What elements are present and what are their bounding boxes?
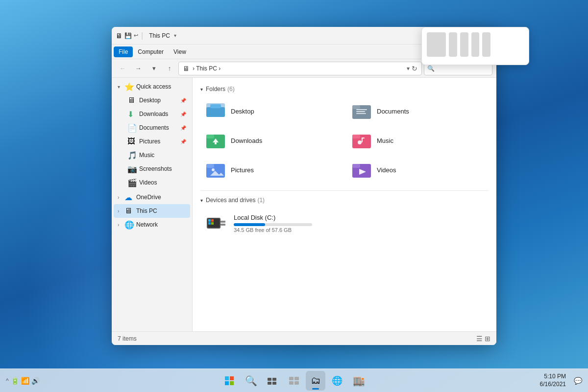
sidebar-pictures-label: Pictures <box>139 138 180 145</box>
devices-section-header[interactable]: ▾ Devices and drives (1) <box>200 197 489 204</box>
task-view-button[interactable] <box>263 371 282 391</box>
sidebar-item-this-pc[interactable]: › 🖥 This PC <box>114 204 190 218</box>
clock[interactable]: 5:10 PM 6/16/2021 <box>540 373 570 388</box>
snap-cell-2[interactable] <box>449 32 457 57</box>
tiles-view-icon[interactable]: ⊞ <box>485 335 490 343</box>
onedrive-expand-icon: › <box>118 195 124 200</box>
snap-cell-1[interactable] <box>427 32 446 57</box>
snap-cell-4[interactable] <box>471 32 480 57</box>
quick-save-icon[interactable]: 💾 <box>124 32 132 39</box>
svg-rect-2 <box>210 104 221 108</box>
drives-section: Local Disk (C:) 34.5 GB free of 57.6 GB <box>200 209 489 237</box>
svg-rect-36 <box>268 378 271 381</box>
menu-file[interactable]: File <box>114 46 133 57</box>
refresh-button[interactable]: ↻ <box>412 65 417 72</box>
onedrive-icon: ☁ <box>124 193 133 202</box>
sidebar-item-music[interactable]: 🎵 Music <box>114 148 190 162</box>
sidebar-item-downloads[interactable]: ⬇ Downloads 📌 <box>114 107 190 121</box>
address-dropdown-icon[interactable]: ▾ <box>407 65 410 72</box>
folders-count: (6) <box>227 86 235 92</box>
sidebar-screenshots-label: Screenshots <box>139 165 186 172</box>
drive-item-c[interactable]: Local Disk (C:) 34.5 GB free of 57.6 GB <box>200 209 489 237</box>
drive-c-name: Local Disk (C:) <box>234 214 484 221</box>
svg-rect-38 <box>268 382 271 385</box>
sidebar-item-onedrive[interactable]: › ☁ OneDrive <box>114 190 190 204</box>
svg-rect-35 <box>230 381 234 385</box>
folder-item-videos[interactable]: Videos <box>346 157 489 183</box>
sidebar-item-desktop[interactable]: 🖥 Desktop 📌 <box>114 93 190 107</box>
folder-item-music[interactable]: Music <box>346 128 489 153</box>
history-dropdown-button[interactable]: ▾ <box>147 62 161 75</box>
sidebar-onedrive-label: OneDrive <box>136 194 186 201</box>
documents-icon <box>351 102 372 120</box>
videos-icon <box>351 161 372 179</box>
title-down-icon[interactable]: ▾ <box>174 33 176 38</box>
snap-cell-5[interactable] <box>482 32 490 57</box>
quick-access-expand-icon: ▾ <box>118 84 124 90</box>
address-path: › This PC › <box>193 65 220 72</box>
svg-rect-6 <box>356 111 365 112</box>
search-icon: 🔍 <box>427 65 435 72</box>
sidebar-item-videos[interactable]: 🎬 Videos <box>114 176 190 189</box>
up-button[interactable]: ↑ <box>163 62 176 75</box>
notifications-button[interactable]: 💬 <box>574 377 582 385</box>
devices-label: Devices and drives <box>206 197 255 204</box>
folder-item-downloads[interactable]: Downloads <box>200 128 343 153</box>
status-bar: 7 items ☰ ⊞ <box>112 331 496 345</box>
menu-view[interactable]: View <box>169 46 191 57</box>
desktop-label: Desktop <box>231 108 254 115</box>
address-folder-icon: 🖥 <box>183 65 190 72</box>
store-button[interactable]: 🏬 <box>349 371 368 391</box>
svg-rect-22 <box>352 164 360 168</box>
address-field[interactable]: 🖥 › This PC › ▾ ↻ <box>178 62 422 75</box>
forward-button[interactable]: → <box>131 62 145 75</box>
menu-computer[interactable]: Computer <box>133 46 169 57</box>
svg-rect-40 <box>289 377 294 380</box>
svg-rect-18 <box>206 164 214 168</box>
search-taskbar-button[interactable]: 🔍 <box>241 371 261 391</box>
svg-rect-13 <box>352 135 360 138</box>
sidebar-quick-access-section: ▾ ⭐ Quick access 🖥 Desktop 📌 ⬇ Downloads… <box>112 80 192 189</box>
folders-section-header[interactable]: ▾ Folders (6) <box>200 86 489 92</box>
folder-item-pictures[interactable]: Pictures <box>200 157 343 183</box>
widgets-button[interactable] <box>284 371 304 391</box>
file-explorer-taskbar-button[interactable]: 🗂 <box>306 371 325 391</box>
wifi-icon: 📶 <box>21 377 29 385</box>
svg-rect-39 <box>272 382 276 385</box>
start-button[interactable] <box>220 371 239 391</box>
sidebar-quick-access-header[interactable]: ▾ ⭐ Quick access <box>114 80 190 93</box>
quick-access-star-icon: ⭐ <box>124 82 133 92</box>
folder-item-documents[interactable]: Documents <box>346 98 489 124</box>
svg-rect-26 <box>208 219 211 222</box>
svg-rect-32 <box>225 376 229 380</box>
back-button[interactable]: ← <box>116 62 129 75</box>
sidebar-music-label: Music <box>139 152 186 159</box>
snap-popup <box>421 27 529 65</box>
drive-c-icon <box>205 213 229 233</box>
sidebar-downloads-label: Downloads <box>139 111 180 117</box>
sidebar-item-pictures[interactable]: 🖼 Pictures 📌 <box>114 135 190 148</box>
sidebar-item-network[interactable]: › 🌐 Network <box>114 218 190 231</box>
sidebar-item-screenshots[interactable]: 📷 Screenshots <box>114 162 190 176</box>
devices-count: (1) <box>257 197 265 204</box>
downloads-pin-icon: 📌 <box>180 112 186 117</box>
taskbar-right: 5:10 PM 6/16/2021 💬 <box>540 373 588 388</box>
view-toggle-icons: ☰ ⊞ <box>476 335 490 343</box>
taskbar-center: 🔍 🗂 🌐 🏬 <box>220 371 368 391</box>
folder-item-desktop[interactable]: Desktop <box>200 98 343 124</box>
taskbar-left: ^ 🔋 📶 🔊 <box>0 377 40 385</box>
edge-browser-button[interactable]: 🌐 <box>327 371 347 391</box>
sidebar-item-documents[interactable]: 📄 Documents 📌 <box>114 121 190 135</box>
folders-chevron-icon: ▾ <box>200 87 203 92</box>
svg-rect-34 <box>225 381 229 385</box>
notification-chevron[interactable]: ^ <box>6 377 9 384</box>
drive-c-bar <box>234 223 312 226</box>
list-view-icon[interactable]: ☰ <box>476 335 483 343</box>
svg-rect-31 <box>220 224 225 226</box>
drive-c-info: Local Disk (C:) 34.5 GB free of 57.6 GB <box>234 214 484 233</box>
snap-cell-3[interactable] <box>460 32 468 57</box>
undo-icon[interactable]: ↩ <box>134 32 138 39</box>
svg-rect-4 <box>352 105 360 109</box>
svg-rect-27 <box>211 219 214 222</box>
title-monitor-icon: 🖥 <box>116 32 122 40</box>
